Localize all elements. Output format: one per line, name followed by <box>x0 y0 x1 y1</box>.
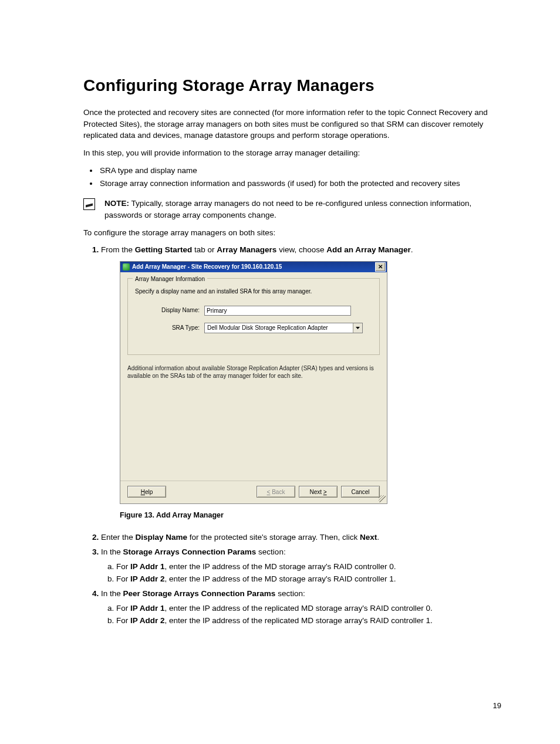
cancel-button[interactable]: Cancel <box>341 486 380 498</box>
step-3-sublist: For IP Addr 1, enter the IP address of t… <box>101 561 501 586</box>
note-label: NOTE: <box>104 199 129 208</box>
app-icon <box>123 263 130 270</box>
sra-type-row: SRA Type: Dell Modular Disk Storage Repl… <box>135 323 372 333</box>
step-4a: For IP Addr 1, enter the IP address of t… <box>116 603 501 615</box>
next-button[interactable]: Next > <box>299 486 338 498</box>
note-body: Typically, storage array managers do not… <box>104 199 471 219</box>
display-name-label: Display Name: <box>135 306 204 315</box>
step-2: Enter the Display Name for the protected… <box>101 532 501 544</box>
step-3b: For IP Addr 2, enter the IP address of t… <box>116 573 501 586</box>
dialog-title: Add Array Manager - Site Recovery for 19… <box>132 262 375 272</box>
sra-type-label: SRA Type: <box>135 323 204 333</box>
display-name-row: Display Name: <box>135 306 372 316</box>
page-title: Configuring Storage Array Managers <box>83 76 501 95</box>
bullet-item: Storage array connection information and… <box>99 177 501 190</box>
sra-info-text: Additional information about available S… <box>127 364 380 380</box>
bullet-item: SRA type and display name <box>99 164 501 177</box>
back-button[interactable]: < Back <box>257 486 295 498</box>
step-4-sublist: For IP Addr 1, enter the IP address of t… <box>101 603 501 627</box>
note-icon <box>83 198 95 210</box>
fieldset-legend: Array Manager Information <box>133 275 207 284</box>
figure-caption: Figure 13. Add Array Manager <box>120 510 501 521</box>
add-array-manager-dialog: Add Array Manager - Site Recovery for 19… <box>120 261 387 504</box>
array-manager-info-fieldset: Array Manager Information Specify a disp… <box>127 278 380 355</box>
help-button[interactable]: Help <box>127 486 166 498</box>
close-icon[interactable]: ✕ <box>375 262 386 272</box>
intro-paragraph-2: In this step, you will provide informati… <box>83 147 501 159</box>
resize-grip-icon[interactable] <box>379 495 386 502</box>
step-3: In the Storage Arrays Connection Params … <box>101 546 501 586</box>
svg-marker-0 <box>356 327 360 329</box>
steps-list: From the Getting Started tab or Array Ma… <box>83 244 501 627</box>
intro-paragraph-1: Once the protected and recovery sites ar… <box>83 107 501 141</box>
sra-type-dropdown[interactable]: Dell Modular Disk Storage Replication Ad… <box>204 323 363 333</box>
dialog-footer: Help < Back Next > Cancel <box>120 481 387 503</box>
fieldset-hint: Specify a display name and an installed … <box>135 287 372 296</box>
dialog-titlebar: Add Array Manager - Site Recovery for 19… <box>120 262 387 272</box>
note-text: NOTE: Typically, storage array managers … <box>104 198 501 221</box>
chevron-down-icon[interactable] <box>353 323 362 333</box>
step-4b: For IP Addr 2, enter the IP address of t… <box>116 615 501 627</box>
dialog-body: Array Manager Information Specify a disp… <box>120 272 387 481</box>
step-1: From the Getting Started tab or Array Ma… <box>101 244 501 521</box>
display-name-input[interactable] <box>204 306 351 316</box>
page: Configuring Storage Array Managers Once … <box>0 0 560 744</box>
page-number: 19 <box>493 701 501 710</box>
step-4: In the Peer Storage Arrays Connection Pa… <box>101 588 501 627</box>
bullet-list: SRA type and display name Storage array … <box>83 164 501 190</box>
step-3a: For IP Addr 1, enter the IP address of t… <box>116 561 501 573</box>
lead-in: To configure the storage array managers … <box>83 227 501 239</box>
sra-type-selected: Dell Modular Disk Storage Replication Ad… <box>205 323 353 333</box>
note-block: NOTE: Typically, storage array managers … <box>83 198 501 221</box>
